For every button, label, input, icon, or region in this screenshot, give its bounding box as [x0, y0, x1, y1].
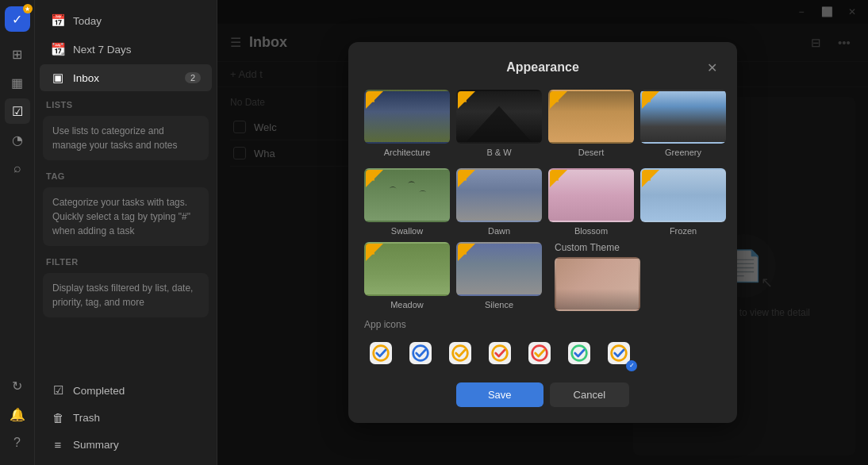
theme-thumb-greenery: ♛: [640, 90, 726, 144]
crown-icon: ♛: [460, 172, 469, 183]
icon-bar: ✓ ★ ⊞ ▦ ☑ ◔ ⌕ ↻ 🔔 ?: [0, 0, 35, 465]
inbox-nav-icon[interactable]: ☑: [5, 98, 30, 124]
theme-label-frozen: Frozen: [670, 226, 697, 236]
theme-label-dawn: Dawn: [488, 226, 510, 236]
app-icon-4-svg: [489, 342, 511, 364]
app-icon-1[interactable]: [364, 336, 398, 370]
theme-dawn[interactable]: ♛ Dawn: [456, 168, 542, 236]
modal-overlay[interactable]: Appearance ✕ ♛ Architecture ♛: [217, 0, 868, 465]
sidebar-completed-label: Completed: [73, 385, 125, 397]
crown-icon: ♛: [368, 94, 377, 105]
app-icon-3-svg: [449, 342, 471, 364]
theme-thumb-silence: ♛: [456, 242, 542, 296]
modal-close-button[interactable]: ✕: [702, 58, 721, 77]
theme-thumb-custom: [555, 257, 640, 311]
clock-icon[interactable]: ◔: [5, 127, 30, 152]
theme-silence[interactable]: ♛ Silence: [456, 242, 542, 311]
home-icon[interactable]: ⊞: [5, 41, 30, 67]
sidebar-item-summary[interactable]: ≡ Summary: [40, 432, 212, 458]
theme-architecture[interactable]: ♛ Architecture: [364, 90, 450, 157]
theme-bw[interactable]: ♛ B & W: [456, 90, 542, 157]
theme-thumb-desert: ♛: [548, 90, 634, 144]
save-button[interactable]: Save: [456, 382, 543, 407]
app-icon-2-svg: [409, 342, 432, 364]
theme-thumb-swallow: ♛: [364, 168, 450, 222]
cancel-button[interactable]: Cancel: [550, 382, 629, 407]
theme-label-architecture: Architecture: [384, 148, 431, 157]
sidebar-inbox-label: Inbox: [73, 72, 99, 84]
theme-thumb-dawn: ♛: [456, 168, 542, 222]
theme-swallow[interactable]: ♛ Swallow: [364, 168, 450, 236]
crown-icon: ♛: [368, 246, 377, 257]
theme-label-blossom: Blossom: [574, 226, 608, 236]
crown-icon: ♛: [460, 94, 469, 105]
theme-grid-row1: ♛ Architecture ♛ B & W: [364, 90, 721, 157]
sidebar-summary-label: Summary: [73, 439, 119, 451]
crown-icon: ♛: [644, 94, 653, 105]
bw-art: [458, 91, 540, 142]
filter-info-box: Display tasks filtered by list, date, pr…: [43, 273, 209, 317]
app-icon-2[interactable]: [404, 336, 437, 370]
icon-bar-top: ⊞ ▦ ☑ ◔ ⌕: [5, 41, 30, 370]
swallow-art: [366, 170, 448, 221]
appearance-modal: Appearance ✕ ♛ Architecture ♛: [348, 42, 737, 423]
sidebar-item-inbox[interactable]: ▣ Inbox 2: [40, 64, 212, 91]
app-icon-4[interactable]: [483, 336, 517, 370]
theme-row3-custom: ♛ Meadow ♛ Silence Custom Theme: [364, 242, 721, 311]
crown-icon: ♛: [368, 172, 377, 183]
sidebar-item-completed[interactable]: ☑ Completed: [40, 377, 212, 404]
theme-thumb-blossom: ♛: [548, 168, 634, 222]
theme-meadow[interactable]: ♛ Meadow: [364, 242, 450, 311]
app-icon-7[interactable]: [602, 336, 636, 370]
sync-icon[interactable]: ↻: [5, 373, 30, 398]
tag-info-text: Categorize your tasks with tags. Quickly…: [52, 197, 190, 236]
tag-info-box: Categorize your tasks with tags. Quickly…: [43, 187, 209, 246]
crown-icon: ♛: [552, 94, 561, 105]
theme-thumb-architecture: ♛: [364, 90, 450, 144]
filter-section-label: Filter: [35, 249, 217, 270]
inbox-badge: 2: [185, 72, 201, 83]
theme-greenery[interactable]: ♛ Greenery: [640, 90, 726, 157]
custom-photo-bg: [556, 259, 639, 309]
app-icon-6[interactable]: [563, 336, 596, 370]
app-icon-5[interactable]: [523, 336, 556, 370]
theme-label-silence: Silence: [485, 300, 513, 309]
lists-section-label: Lists: [35, 92, 217, 113]
icon-bar-bottom: ↻ 🔔 ?: [5, 373, 30, 465]
app-icon-3[interactable]: [444, 336, 477, 370]
modal-header: Appearance ✕: [364, 58, 721, 77]
next7days-icon: 📆: [51, 42, 65, 56]
app-icons-section: App icons: [364, 319, 721, 370]
sidebar-next7days-label: Next 7 Days: [73, 44, 132, 56]
theme-desert[interactable]: ♛ Desert: [548, 90, 634, 157]
app-icons-row: [364, 336, 721, 370]
theme-blossom[interactable]: ♛ Blossom: [548, 168, 634, 236]
theme-custom[interactable]: [555, 257, 640, 311]
modal-title: Appearance: [383, 60, 702, 75]
calendar-icon[interactable]: ▦: [5, 70, 30, 95]
summary-icon: ≡: [51, 438, 65, 452]
sidebar-item-trash[interactable]: 🗑 Trash: [40, 405, 212, 431]
help-icon[interactable]: ?: [5, 430, 30, 455]
sidebar-item-today[interactable]: 📅 Today: [40, 7, 212, 34]
modal-footer: Save Cancel: [364, 382, 721, 407]
search-icon[interactable]: ⌕: [5, 156, 30, 181]
svg-marker-0: [467, 106, 532, 142]
sidebar-item-next7days[interactable]: 📆 Next 7 Days: [40, 36, 212, 63]
crown-icon: ♛: [460, 246, 469, 257]
theme-label-bw: B & W: [486, 148, 511, 157]
custom-photo-overlay: [556, 289, 639, 309]
theme-label-swallow: Swallow: [391, 226, 423, 236]
sidebar-bottom: ☑ Completed 🗑 Trash ≡ Summary: [35, 376, 217, 459]
bell-icon[interactable]: 🔔: [5, 402, 30, 427]
theme-label-greenery: Greenery: [665, 148, 701, 157]
theme-frozen[interactable]: ♛ Frozen: [640, 168, 726, 236]
theme-label-meadow: Meadow: [390, 300, 424, 309]
app-logo[interactable]: ✓ ★: [5, 6, 30, 32]
logo-badge: ★: [23, 4, 33, 13]
theme-thumb-meadow: ♛: [364, 242, 450, 296]
app-icons-label: App icons: [364, 319, 721, 330]
logo-icon: ✓: [12, 12, 22, 27]
app-icon-5-svg: [528, 342, 551, 364]
main-area: − ⬜ ✕ ☰ Inbox ⊟ ••• + Add t No Date Welc…: [217, 0, 868, 465]
